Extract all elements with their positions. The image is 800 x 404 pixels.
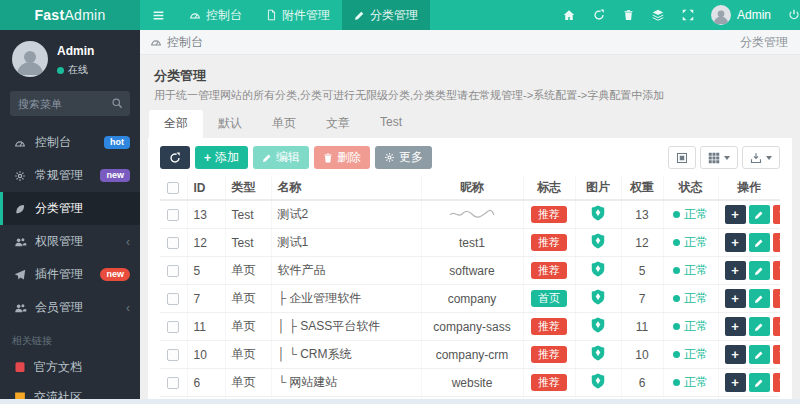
sidebar-item-插件管理[interactable]: 插件管理new xyxy=(0,258,140,291)
pencil-icon xyxy=(354,10,365,21)
cell-status: 正常 xyxy=(663,341,718,369)
cell-nickname: company xyxy=(421,285,523,313)
sidebar-item-控制台[interactable]: 控制台hot xyxy=(0,126,140,159)
caret-down-icon xyxy=(724,156,730,160)
row-checkbox[interactable] xyxy=(167,349,179,361)
flag-badge: 推荐 xyxy=(531,262,567,278)
power-icon[interactable] xyxy=(779,0,800,30)
row-edit-button[interactable] xyxy=(749,345,770,364)
sidebar-item-label: 常规管理 xyxy=(35,167,100,184)
expand-button[interactable] xyxy=(673,0,703,30)
row-edit-button[interactable] xyxy=(749,373,770,392)
leaf-icon xyxy=(14,203,31,215)
sidebar-item-label: 权限管理 xyxy=(35,233,126,250)
tab-Test[interactable]: Test xyxy=(365,110,417,138)
sidebar-item-会员管理[interactable]: 会员管理‹ xyxy=(0,291,140,324)
category-image-icon[interactable] xyxy=(591,373,605,389)
gauge-icon xyxy=(150,36,162,48)
more-button[interactable]: 更多 xyxy=(375,146,432,169)
table-row: 11单页│ ├ SASS平台软件company-sass推荐11正常+ xyxy=(160,313,780,341)
tab-单页[interactable]: 单页 xyxy=(257,110,311,138)
home-button[interactable] xyxy=(554,0,584,30)
topnav-附件管理[interactable]: 附件管理 xyxy=(254,0,342,30)
trash-icon xyxy=(623,9,634,21)
cell-status: 正常 xyxy=(663,200,718,229)
table-row: 6单页└ 网站建站website推荐6正常+ xyxy=(160,369,780,397)
cell-id: 11 xyxy=(187,313,225,341)
sidebar-item-label: 插件管理 xyxy=(35,266,100,283)
tab-文章[interactable]: 文章 xyxy=(311,110,365,138)
related-links-label: 相关链接 xyxy=(0,324,140,352)
row-checkbox[interactable] xyxy=(167,209,179,221)
row-operations: + xyxy=(725,261,781,280)
sidebar-item-常规管理[interactable]: 常规管理new xyxy=(0,159,140,192)
cell-operations: + xyxy=(718,257,780,285)
topnav-分类管理[interactable]: 分类管理 xyxy=(342,0,430,30)
delete-button[interactable]: 删除 xyxy=(314,146,370,169)
row-edit-button[interactable] xyxy=(749,205,770,224)
row-edit-button[interactable] xyxy=(749,233,770,252)
cell-type: 单页 xyxy=(225,285,271,313)
row-add-sub-button[interactable]: + xyxy=(725,289,746,308)
row-delete-button[interactable] xyxy=(773,261,781,280)
sidebar-item-分类管理[interactable]: 分类管理 xyxy=(0,192,140,225)
row-add-sub-button[interactable]: + xyxy=(725,345,746,364)
row-add-sub-button[interactable]: + xyxy=(725,205,746,224)
tab-全部[interactable]: 全部 xyxy=(149,110,203,138)
row-delete-button[interactable] xyxy=(773,233,781,252)
topnav-label: 附件管理 xyxy=(282,7,330,24)
sidebar-link-交流社区[interactable]: 交流社区 xyxy=(0,382,140,399)
select-all-checkbox[interactable] xyxy=(167,182,179,194)
breadcrumb-home[interactable]: 控制台 xyxy=(167,34,203,51)
topnav-控制台[interactable]: 控制台 xyxy=(177,0,254,30)
app-logo[interactable]: FastAdmin xyxy=(0,0,140,30)
add-button[interactable]: +添加 xyxy=(195,146,248,169)
row-checkbox[interactable] xyxy=(167,321,179,333)
category-image-icon[interactable] xyxy=(591,261,605,277)
row-delete-button[interactable] xyxy=(773,289,781,308)
file-icon xyxy=(266,9,277,21)
category-image-icon[interactable] xyxy=(591,205,605,221)
category-image-icon[interactable] xyxy=(591,233,605,249)
toggle-view-button[interactable] xyxy=(668,146,696,169)
row-delete-button[interactable] xyxy=(773,345,781,364)
row-operations: + xyxy=(725,289,781,308)
row-delete-button[interactable] xyxy=(773,317,781,336)
row-add-sub-button[interactable]: + xyxy=(725,317,746,336)
columns-button[interactable] xyxy=(700,146,738,169)
sidebar-item-权限管理[interactable]: 权限管理‹ xyxy=(0,225,140,258)
cell-nickname: company-sass xyxy=(421,313,523,341)
row-edit-button[interactable] xyxy=(749,289,770,308)
refresh-button[interactable] xyxy=(160,146,190,169)
row-edit-button[interactable] xyxy=(749,261,770,280)
layers-button[interactable] xyxy=(643,0,673,30)
cell-checkbox xyxy=(160,369,187,397)
sidebar: Admin 在线 控制台hot常规管理new分类管理权限管理‹插件管理new会员… xyxy=(0,30,140,399)
category-image-icon[interactable] xyxy=(591,289,605,305)
category-image-icon[interactable] xyxy=(591,345,605,361)
row-add-sub-button[interactable]: + xyxy=(725,373,746,392)
tab-默认[interactable]: 默认 xyxy=(203,110,257,138)
export-button[interactable] xyxy=(742,146,780,169)
row-add-sub-button[interactable]: + xyxy=(725,261,746,280)
refresh-button[interactable] xyxy=(584,0,614,30)
trash-button[interactable] xyxy=(614,0,643,30)
cell-type: 单页 xyxy=(225,257,271,285)
row-checkbox[interactable] xyxy=(167,237,179,249)
admin-user-menu[interactable]: Admin xyxy=(703,5,779,25)
category-image-icon[interactable] xyxy=(591,317,605,333)
edit-button[interactable]: 编辑 xyxy=(253,146,309,169)
sidebar-profile[interactable]: Admin 在线 xyxy=(0,30,140,89)
sidebar-link-官方文档[interactable]: 官方文档 xyxy=(0,352,140,382)
bottom-strip xyxy=(0,399,800,404)
row-add-sub-button[interactable]: + xyxy=(725,233,746,252)
row-delete-button[interactable] xyxy=(773,373,781,392)
cell-weight: 13 xyxy=(621,200,663,229)
row-checkbox[interactable] xyxy=(167,293,179,305)
row-checkbox[interactable] xyxy=(167,377,179,389)
users-icon xyxy=(14,302,31,314)
row-delete-button[interactable] xyxy=(773,205,781,224)
row-edit-button[interactable] xyxy=(749,317,770,336)
row-checkbox[interactable] xyxy=(167,265,179,277)
menu-toggle[interactable] xyxy=(140,0,177,30)
